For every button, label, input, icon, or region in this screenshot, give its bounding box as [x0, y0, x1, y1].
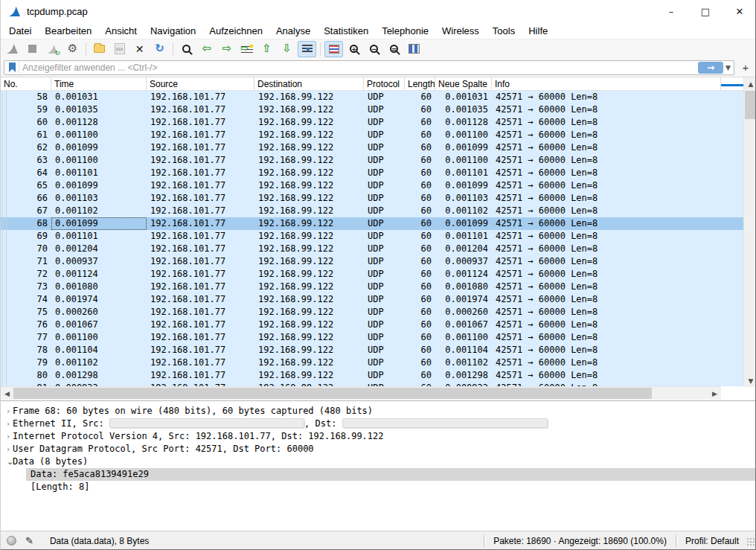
cell-protocol[interactable]: UDP — [364, 205, 405, 217]
zoom-in-icon[interactable]: + — [345, 41, 363, 57]
menu-ansicht[interactable]: Ansicht — [98, 24, 144, 38]
packet-row-62[interactable]: 620.001099192.168.101.77192.168.99.122UD… — [1, 141, 743, 154]
packet-row-69[interactable]: 690.001101192.168.101.77192.168.99.122UD… — [1, 230, 743, 243]
packet-row-75[interactable]: 750.000260192.168.101.77192.168.99.122UD… — [1, 306, 743, 319]
cell-protocol[interactable]: UDP — [364, 268, 405, 281]
cell-source[interactable]: 192.168.101.77 — [147, 129, 254, 141]
cell-destination[interactable]: 192.168.99.122 — [254, 91, 364, 103]
cell-destination[interactable]: 192.168.99.122 — [254, 129, 364, 141]
cell-destination[interactable]: 192.168.99.122 — [254, 154, 364, 167]
cell-no[interactable]: 76 — [1, 319, 51, 331]
column-header-no[interactable]: No. — [1, 77, 51, 91]
colorize-packets-icon[interactable] — [324, 41, 343, 57]
cell-neue_spalte[interactable]: 0.001100 — [435, 154, 492, 167]
cell-no[interactable]: 67 — [1, 205, 51, 217]
cell-source[interactable]: 192.168.101.77 — [147, 192, 254, 205]
menu-tools[interactable]: Tools — [486, 24, 522, 38]
cell-protocol[interactable]: UDP — [364, 306, 405, 319]
packet-row-61[interactable]: 610.001100192.168.101.77192.168.99.122UD… — [1, 129, 743, 141]
expand-arrow-icon[interactable]: › — [1, 430, 13, 443]
detail-line[interactable]: ›Ethernet II, Src: , Dst: — [1, 418, 756, 430]
go-forward-icon[interactable]: ⇨ — [217, 41, 236, 57]
cell-length[interactable]: 60 — [405, 217, 435, 230]
restart-capture-icon[interactable]: ↻ — [43, 41, 62, 57]
cell-info[interactable]: 42571 → 60000 Len=8 — [492, 179, 721, 192]
detail-line[interactable]: ›User Datagram Protocol, Src Port: 42571… — [1, 443, 756, 455]
cell-source[interactable]: 192.168.101.77 — [147, 103, 254, 116]
cell-time[interactable]: 0.001101 — [51, 167, 147, 179]
cell-protocol[interactable]: UDP — [364, 281, 405, 293]
cell-length[interactable]: 60 — [405, 230, 435, 243]
cell-source[interactable]: 192.168.101.77 — [147, 167, 254, 179]
cell-neue_spalte[interactable]: 0.001101 — [435, 167, 492, 179]
cell-length[interactable]: 60 — [405, 179, 435, 192]
cell-no[interactable]: 66 — [1, 192, 51, 205]
display-filter-input[interactable] — [19, 62, 698, 74]
packet-row-67[interactable]: 670.001102192.168.101.77192.168.99.122UD… — [1, 205, 743, 217]
cell-protocol[interactable]: UDP — [364, 154, 405, 167]
cell-neue_spalte[interactable]: 0.001104 — [435, 344, 492, 356]
cell-length[interactable]: 60 — [405, 293, 435, 306]
cell-protocol[interactable]: UDP — [364, 91, 405, 103]
cell-neue_spalte[interactable]: 0.001099 — [435, 217, 492, 230]
auto-scroll-icon[interactable] — [298, 41, 316, 57]
close-button[interactable]: ✕ — [723, 0, 756, 22]
cell-no[interactable]: 74 — [1, 293, 51, 306]
cell-destination[interactable]: 192.168.99.122 — [254, 356, 364, 369]
cell-length[interactable]: 60 — [405, 356, 435, 369]
go-last-packet-icon[interactable]: ⇩ — [278, 41, 296, 57]
packet-row-79[interactable]: 790.001102192.168.101.77192.168.99.122UD… — [1, 356, 743, 369]
cell-length[interactable]: 60 — [405, 255, 435, 268]
cell-neue_spalte[interactable]: 0.001101 — [435, 230, 492, 243]
cell-time[interactable]: 0.001099 — [51, 141, 147, 154]
cell-source[interactable]: 192.168.101.77 — [147, 116, 254, 129]
cell-neue_spalte[interactable]: 0.001102 — [435, 356, 492, 369]
cell-length[interactable]: 60 — [405, 141, 435, 154]
cell-destination[interactable]: 192.168.99.122 — [254, 167, 364, 179]
cell-info[interactable]: 42571 → 60000 Len=8 — [492, 255, 721, 268]
cell-time[interactable]: 0.001298 — [51, 369, 147, 382]
cell-info[interactable]: 42571 → 60000 Len=8 — [492, 205, 721, 217]
start-capture-icon[interactable] — [3, 41, 22, 57]
horizontal-scrollbar-thumb[interactable] — [13, 388, 652, 399]
cell-length[interactable]: 60 — [405, 344, 435, 356]
cell-length[interactable]: 60 — [405, 319, 435, 331]
cell-time[interactable]: 0.001974 — [51, 293, 147, 306]
capture-comment-icon[interactable]: ✎ — [25, 535, 33, 546]
cell-info[interactable]: 42571 → 60000 Len=8 — [492, 243, 721, 255]
resize-grip[interactable] — [746, 537, 755, 546]
cell-source[interactable]: 192.168.101.77 — [147, 179, 254, 192]
cell-no[interactable]: 69 — [1, 230, 51, 243]
cell-destination[interactable]: 192.168.99.122 — [254, 116, 364, 129]
cell-info[interactable]: 42571 → 60000 Len=8 — [492, 293, 721, 306]
cell-no[interactable]: 70 — [1, 243, 51, 255]
cell-info[interactable]: 42571 → 60000 Len=8 — [492, 217, 721, 230]
cell-source[interactable]: 192.168.101.77 — [147, 217, 254, 230]
cell-source[interactable]: 192.168.101.77 — [147, 344, 254, 356]
cell-neue_spalte[interactable]: 0.001099 — [435, 179, 492, 192]
menu-bearbeiten[interactable]: Bearbeiten — [38, 24, 98, 38]
cell-time[interactable]: 0.001102 — [51, 356, 147, 369]
cell-no[interactable]: 58 — [1, 91, 51, 103]
packet-row-71[interactable]: 710.000937192.168.101.77192.168.99.122UD… — [1, 255, 743, 268]
cell-neue_spalte[interactable]: 0.001100 — [435, 129, 492, 141]
cell-info[interactable]: 42571 → 60000 Len=8 — [492, 91, 721, 103]
cell-protocol[interactable]: UDP — [364, 255, 405, 268]
cell-length[interactable]: 60 — [405, 154, 435, 167]
horizontal-scrollbar[interactable]: ◀ ▶ — [1, 386, 721, 400]
cell-destination[interactable]: 192.168.99.122 — [254, 141, 364, 154]
cell-destination[interactable]: 192.168.99.122 — [254, 281, 364, 293]
cell-source[interactable]: 192.168.101.77 — [147, 319, 254, 331]
packet-row-63[interactable]: 630.001100192.168.101.77192.168.99.122UD… — [1, 154, 743, 167]
cell-length[interactable]: 60 — [405, 331, 435, 344]
cell-no[interactable]: 73 — [1, 281, 51, 293]
cell-time[interactable]: 0.001100 — [51, 154, 147, 167]
cell-source[interactable]: 192.168.101.77 — [147, 141, 254, 154]
cell-length[interactable]: 60 — [405, 129, 435, 141]
cell-no[interactable]: 77 — [1, 331, 51, 344]
open-file-icon[interactable] — [90, 41, 109, 57]
apply-filter-button[interactable]: → — [698, 62, 723, 74]
cell-destination[interactable]: 192.168.99.122 — [254, 192, 364, 205]
capture-options-icon[interactable]: ⚙ — [63, 41, 82, 57]
cell-destination[interactable]: 192.168.99.122 — [254, 179, 364, 192]
